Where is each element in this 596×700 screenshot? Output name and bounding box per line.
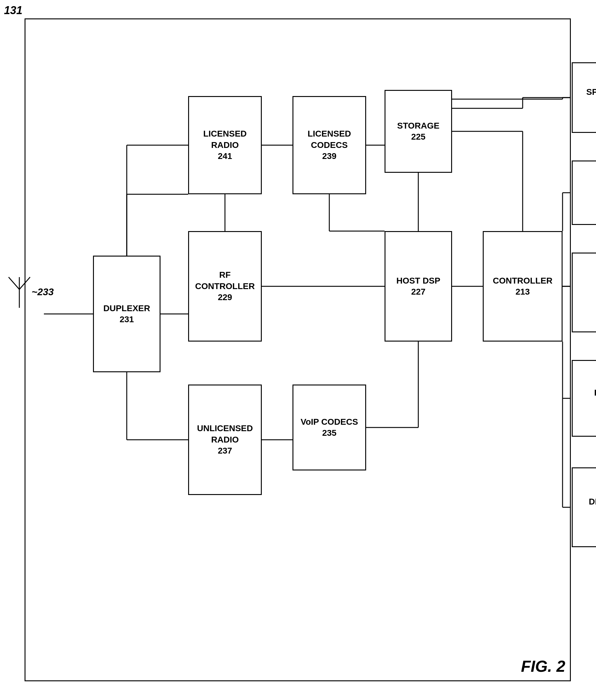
svg-line-2	[19, 277, 30, 290]
svg-line-1	[8, 277, 19, 290]
box-display: DISPLAY 215	[572, 467, 596, 547]
box-host-dsp: HOST DSP 227	[384, 231, 452, 342]
box-unlicensed-radio: UNLICENSED RADIO 237	[188, 384, 262, 495]
box-controller: CONTROLLER 213	[483, 231, 563, 342]
box-duplexer: DUPLEXER 231	[93, 256, 160, 372]
label-233: ~233	[32, 286, 54, 298]
box-licensed-radio: LICENSED RADIO 241	[188, 96, 262, 194]
box-storage: STORAGE 225	[384, 90, 452, 173]
diagram-border: 131 ~233 DUPLEXER 231 LICENSED RADIO 241…	[25, 19, 571, 681]
box-voip-codecs: VoIP CODECS 235	[293, 384, 366, 471]
fig-label: FIG. 2	[521, 657, 565, 675]
box-input: INPUT 217	[572, 360, 596, 437]
box-io: I/O 223	[572, 253, 596, 332]
antenna-symbol	[7, 274, 32, 312]
box-licensed-codecs: LICENSED CODECS 239	[293, 96, 366, 194]
box-speaker: SPEAKER 221	[572, 62, 596, 133]
label-131: 131	[4, 4, 22, 17]
box-mic: MIC 219	[572, 160, 596, 225]
box-rf-controller: RF CONTROLLER 229	[188, 231, 262, 342]
